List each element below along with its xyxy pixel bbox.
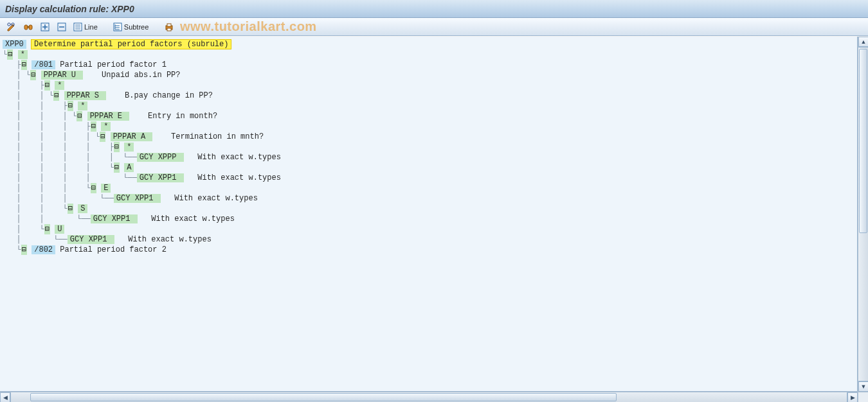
chevron-right-icon: ▶ <box>851 394 855 401</box>
svg-point-0 <box>8 22 10 25</box>
node-code[interactable]: S <box>78 204 87 213</box>
node-code[interactable]: PPPAR U <box>41 71 84 80</box>
binoculars-icon <box>23 22 33 32</box>
tree-row[interactable]: │ └⊟ U <box>3 224 857 234</box>
tree-row[interactable]: │ │ │ ├⊟ * <box>3 121 857 132</box>
tree-line-prefix: │ │ └ <box>3 91 53 100</box>
tree-line-prefix: └ <box>3 245 21 254</box>
node-code[interactable]: GCY XPP1 <box>114 194 161 203</box>
expand-marker-icon[interactable]: ⊟ <box>100 132 105 142</box>
tree-root-row[interactable]: XPP0 Determine partial period factors (s… <box>3 39 857 49</box>
node-code[interactable]: XPP0 <box>3 40 26 49</box>
expand-marker-icon[interactable]: ⊟ <box>30 70 36 80</box>
tree-row[interactable]: ├⊟ /801 Partial period factor 1 <box>3 60 857 70</box>
tree-row[interactable]: │ │ │ └──GCY XPP1 With exact w.types <box>3 193 857 204</box>
node-code[interactable]: U <box>55 225 64 234</box>
tree-row[interactable]: │ │ ├⊟ * <box>3 101 857 111</box>
line-view-button[interactable]: Line <box>71 20 100 34</box>
node-code[interactable]: * <box>18 50 28 59</box>
subtree-view-button[interactable]: Subtree <box>111 20 152 34</box>
scroll-down-button[interactable]: ▼ <box>858 381 868 392</box>
node-code[interactable]: GCY XPP1 <box>68 235 114 244</box>
expand-marker-icon[interactable]: ⊟ <box>44 224 50 234</box>
node-description: With exact w.types <box>119 235 212 244</box>
expand-marker-icon[interactable]: ⊟ <box>68 101 73 111</box>
tree-row[interactable]: │ ├⊟ * <box>3 80 857 91</box>
toolbar: Line Subtree www.tutorialkart.com <box>0 18 868 36</box>
node-code[interactable]: PPPAR A <box>111 132 153 141</box>
other-rule-button[interactable] <box>21 20 36 34</box>
node-code[interactable]: E <box>101 184 111 193</box>
tree-line-prefix: │ │ │ │ └ <box>3 132 100 141</box>
horizontal-scroll-track[interactable] <box>10 392 847 402</box>
expand-marker-icon[interactable]: ⊟ <box>91 121 96 132</box>
tree-row[interactable]: │ └──GCY XPP1 With exact w.types <box>3 234 857 245</box>
tree-row[interactable]: │ │ └⊟ PPPAR S B.pay change in PP? <box>3 91 857 101</box>
scroll-up-button[interactable]: ▲ <box>858 37 868 47</box>
title-bar: Display calculation rule: XPP0 <box>0 0 868 18</box>
vertical-scroll-track[interactable] <box>858 47 868 381</box>
collapse-node-button[interactable] <box>54 20 69 34</box>
tree-line-prefix: ├ <box>3 60 21 69</box>
scroll-right-button[interactable]: ▶ <box>847 392 858 402</box>
scroll-left-button[interactable]: ◀ <box>0 392 10 402</box>
chevron-down-icon: ▼ <box>861 383 867 390</box>
printer-icon <box>164 22 174 32</box>
tree-row[interactable]: │ └⊟ PPPAR U Unpaid abs.in PP? <box>3 70 857 80</box>
expand-marker-icon[interactable]: ⊟ <box>53 91 59 101</box>
collapse-icon <box>57 22 67 32</box>
node-code[interactable]: * <box>55 81 64 90</box>
tree-row[interactable]: │ │ │ │ └⊟ PPPAR A Termination in mnth? <box>3 132 857 142</box>
tree-area: XPP0 Determine partial period factors (s… <box>0 37 858 392</box>
node-code[interactable]: GCY XPPP <box>137 153 184 162</box>
expand-marker-icon[interactable]: ⊟ <box>77 111 82 121</box>
tree-row[interactable]: │ │ │ │ ├⊟ * <box>3 142 857 152</box>
toggle-edit-button[interactable] <box>4 20 19 34</box>
node-code[interactable]: PPPAR S <box>64 91 107 100</box>
tree-line-prefix: │ └ <box>3 71 30 80</box>
node-code[interactable]: /801 <box>32 60 55 69</box>
tree-line-prefix: │ └ <box>3 225 44 234</box>
expand-marker-icon[interactable]: ⊟ <box>114 142 120 152</box>
node-description: With exact w.types <box>188 173 281 182</box>
tree-row[interactable]: └⊟ /802 Partial period factor 2 <box>3 245 857 255</box>
tree-line-prefix: │ └── <box>3 235 68 244</box>
expand-marker-icon[interactable]: ⊟ <box>91 183 96 193</box>
expand-marker-icon[interactable]: ⊟ <box>68 204 73 214</box>
line-view-label: Line <box>84 23 98 31</box>
pencil-glasses-icon <box>6 22 17 32</box>
horizontal-scrollbar[interactable]: ◀ ▶ <box>0 392 858 402</box>
svg-rect-21 <box>167 24 171 26</box>
expand-node-button[interactable] <box>37 20 53 34</box>
vertical-scrollbar[interactable]: ▲ ▼ <box>858 37 868 392</box>
node-code[interactable]: /802 <box>32 245 55 254</box>
node-code[interactable]: * <box>101 122 111 131</box>
tree-row[interactable]: │ │ │ └⊟ E <box>3 183 857 193</box>
node-code[interactable]: * <box>124 143 134 152</box>
tree-row[interactable]: │ │ │ └⊟ PPPAR E Entry in month? <box>3 111 857 121</box>
vertical-scroll-thumb[interactable] <box>859 49 867 233</box>
node-code[interactable]: * <box>78 101 87 110</box>
expand-marker-icon[interactable]: ⊟ <box>114 162 120 173</box>
tree-row[interactable]: │ │ │ │ └──GCY XPP1 With exact w.types <box>3 173 857 183</box>
tree-row[interactable]: │ │ └──GCY XPP1 With exact w.types <box>3 214 857 224</box>
tree-line-prefix: │ │ └ <box>3 204 68 213</box>
tree-row[interactable]: │ │ └⊟ S <box>3 204 857 214</box>
expand-marker-icon[interactable]: ⊟ <box>21 60 27 70</box>
node-code[interactable]: A <box>124 163 134 172</box>
svg-rect-22 <box>167 28 171 31</box>
node-code[interactable]: GCY XPP1 <box>91 214 138 223</box>
expand-marker-icon[interactable]: ⊟ <box>21 245 27 255</box>
node-code[interactable]: GCY XPP1 <box>137 173 184 182</box>
node-description: B.pay change in PP? <box>111 91 212 100</box>
tree-row[interactable]: │ │ │ │ └⊟ A <box>3 162 857 173</box>
calculation-rule-tree[interactable]: XPP0 Determine partial period factors (s… <box>0 37 857 255</box>
node-code[interactable]: PPPAR E <box>87 112 130 121</box>
expand-marker-icon[interactable]: ⊟ <box>7 49 13 60</box>
horizontal-scroll-thumb[interactable] <box>30 393 617 401</box>
tree-row[interactable]: └⊟ * <box>3 49 857 60</box>
node-description: With exact w.types <box>142 214 235 223</box>
tree-row[interactable]: │ │ │ │ │ └──GCY XPPP With exact w.types <box>3 152 857 162</box>
print-button[interactable] <box>161 20 177 34</box>
expand-marker-icon[interactable]: ⊟ <box>44 80 50 91</box>
